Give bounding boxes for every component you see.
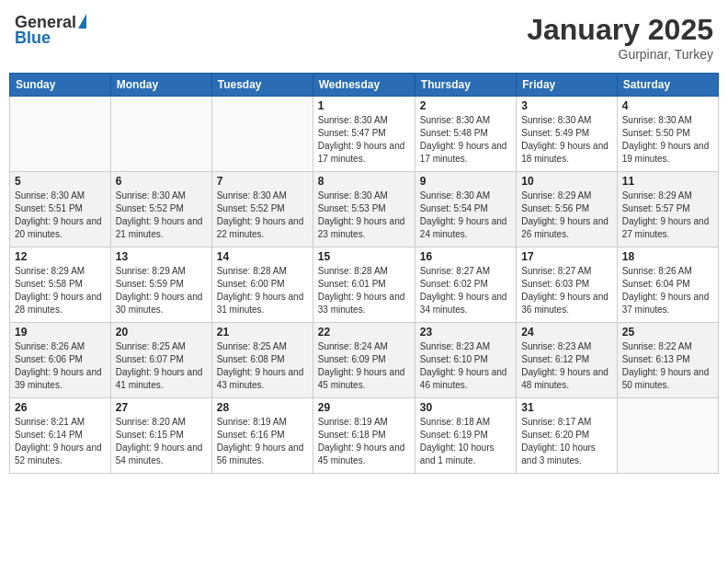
table-row: 29Sunrise: 8:19 AM Sunset: 6:18 PM Dayli… (313, 398, 415, 474)
table-row: 22Sunrise: 8:24 AM Sunset: 6:09 PM Dayli… (313, 323, 415, 398)
day-number: 4 (622, 99, 713, 112)
col-monday: Monday (110, 74, 211, 97)
day-info: Sunrise: 8:20 AM Sunset: 6:15 PM Dayligh… (116, 416, 207, 467)
calendar-week-row: 5Sunrise: 8:30 AM Sunset: 5:51 PM Daylig… (10, 172, 719, 247)
day-number: 30 (420, 401, 511, 414)
page: General Blue January 2025 Gurpinar, Turk… (0, 0, 728, 563)
day-number: 8 (318, 175, 410, 188)
day-info: Sunrise: 8:30 AM Sunset: 5:51 PM Dayligh… (15, 190, 106, 241)
day-number: 26 (15, 401, 106, 414)
col-saturday: Saturday (617, 74, 718, 97)
calendar-week-row: 19Sunrise: 8:26 AM Sunset: 6:06 PM Dayli… (10, 323, 719, 398)
table-row: 7Sunrise: 8:30 AM Sunset: 5:52 PM Daylig… (211, 172, 313, 247)
day-info: Sunrise: 8:27 AM Sunset: 6:02 PM Dayligh… (420, 265, 511, 316)
table-row: 28Sunrise: 8:19 AM Sunset: 6:16 PM Dayli… (211, 398, 313, 474)
day-number: 24 (521, 326, 611, 339)
day-info: Sunrise: 8:30 AM Sunset: 5:52 PM Dayligh… (116, 190, 207, 241)
day-info: Sunrise: 8:24 AM Sunset: 6:09 PM Dayligh… (318, 340, 410, 392)
table-row: 30Sunrise: 8:18 AM Sunset: 6:19 PM Dayli… (415, 398, 516, 474)
table-row: 13Sunrise: 8:29 AM Sunset: 5:59 PM Dayli… (110, 247, 211, 323)
day-number: 15 (318, 250, 410, 263)
col-tuesday: Tuesday (211, 74, 313, 97)
col-friday: Friday (517, 74, 617, 97)
table-row: 10Sunrise: 8:29 AM Sunset: 5:56 PM Dayli… (517, 172, 617, 247)
day-number: 20 (116, 326, 207, 339)
table-row: 19Sunrise: 8:26 AM Sunset: 6:06 PM Dayli… (10, 323, 111, 398)
day-number: 6 (116, 175, 207, 188)
table-row: 20Sunrise: 8:25 AM Sunset: 6:07 PM Dayli… (110, 323, 211, 398)
day-number: 23 (420, 326, 511, 339)
day-number: 19 (15, 326, 106, 339)
location: Gurpinar, Turkey (527, 47, 713, 62)
table-row: 1Sunrise: 8:30 AM Sunset: 5:47 PM Daylig… (313, 97, 415, 172)
table-row (110, 97, 211, 172)
day-info: Sunrise: 8:30 AM Sunset: 5:47 PM Dayligh… (318, 114, 410, 166)
day-number: 16 (420, 250, 511, 263)
day-number: 5 (15, 175, 106, 188)
calendar-table: Sunday Monday Tuesday Wednesday Thursday… (9, 73, 719, 474)
day-info: Sunrise: 8:29 AM Sunset: 5:58 PM Dayligh… (15, 265, 106, 316)
day-info: Sunrise: 8:21 AM Sunset: 6:14 PM Dayligh… (15, 416, 106, 467)
day-info: Sunrise: 8:27 AM Sunset: 6:03 PM Dayligh… (521, 265, 611, 316)
day-info: Sunrise: 8:30 AM Sunset: 5:48 PM Dayligh… (420, 114, 511, 166)
table-row: 15Sunrise: 8:28 AM Sunset: 6:01 PM Dayli… (313, 247, 415, 323)
day-number: 22 (318, 326, 410, 339)
day-number: 1 (318, 99, 410, 112)
table-row (617, 398, 718, 474)
day-number: 7 (217, 175, 308, 188)
calendar-week-row: 26Sunrise: 8:21 AM Sunset: 6:14 PM Dayli… (10, 398, 719, 474)
calendar-week-row: 1Sunrise: 8:30 AM Sunset: 5:47 PM Daylig… (10, 97, 719, 172)
day-info: Sunrise: 8:25 AM Sunset: 6:08 PM Dayligh… (217, 340, 308, 392)
day-info: Sunrise: 8:28 AM Sunset: 6:01 PM Dayligh… (318, 265, 410, 316)
day-number: 12 (15, 250, 106, 263)
table-row: 31Sunrise: 8:17 AM Sunset: 6:20 PM Dayli… (517, 398, 617, 474)
day-info: Sunrise: 8:26 AM Sunset: 6:04 PM Dayligh… (622, 265, 713, 316)
table-row (211, 97, 313, 172)
day-number: 31 (521, 401, 611, 414)
day-info: Sunrise: 8:30 AM Sunset: 5:53 PM Dayligh… (318, 190, 410, 241)
logo-triangle-icon (78, 14, 86, 29)
table-row: 6Sunrise: 8:30 AM Sunset: 5:52 PM Daylig… (110, 172, 211, 247)
day-number: 21 (217, 326, 308, 339)
table-row: 14Sunrise: 8:28 AM Sunset: 6:00 PM Dayli… (211, 247, 313, 323)
day-info: Sunrise: 8:29 AM Sunset: 5:59 PM Dayligh… (116, 265, 207, 316)
day-info: Sunrise: 8:19 AM Sunset: 6:16 PM Dayligh… (217, 416, 308, 467)
calendar-week-row: 12Sunrise: 8:29 AM Sunset: 5:58 PM Dayli… (10, 247, 719, 323)
header: General Blue January 2025 Gurpinar, Turk… (9, 9, 719, 65)
day-number: 9 (420, 175, 511, 188)
day-info: Sunrise: 8:23 AM Sunset: 6:10 PM Dayligh… (420, 340, 511, 392)
table-row: 4Sunrise: 8:30 AM Sunset: 5:50 PM Daylig… (617, 97, 718, 172)
day-info: Sunrise: 8:19 AM Sunset: 6:18 PM Dayligh… (318, 416, 410, 467)
logo: General Blue (15, 13, 88, 48)
table-row: 17Sunrise: 8:27 AM Sunset: 6:03 PM Dayli… (517, 247, 617, 323)
table-row: 2Sunrise: 8:30 AM Sunset: 5:48 PM Daylig… (415, 97, 516, 172)
day-info: Sunrise: 8:22 AM Sunset: 6:13 PM Dayligh… (622, 340, 713, 392)
day-number: 13 (116, 250, 207, 263)
table-row (10, 97, 111, 172)
day-number: 18 (622, 250, 713, 263)
table-row: 25Sunrise: 8:22 AM Sunset: 6:13 PM Dayli… (617, 323, 718, 398)
logo-blue: Blue (15, 29, 51, 48)
table-row: 8Sunrise: 8:30 AM Sunset: 5:53 PM Daylig… (313, 172, 415, 247)
day-number: 11 (622, 175, 713, 188)
day-number: 28 (217, 401, 308, 414)
col-wednesday: Wednesday (313, 74, 415, 97)
day-info: Sunrise: 8:17 AM Sunset: 6:20 PM Dayligh… (521, 416, 611, 467)
day-number: 14 (217, 250, 308, 263)
day-number: 17 (521, 250, 611, 263)
day-info: Sunrise: 8:23 AM Sunset: 6:12 PM Dayligh… (521, 340, 611, 392)
table-row: 24Sunrise: 8:23 AM Sunset: 6:12 PM Dayli… (517, 323, 617, 398)
table-row: 18Sunrise: 8:26 AM Sunset: 6:04 PM Dayli… (617, 247, 718, 323)
day-number: 2 (420, 99, 511, 112)
day-info: Sunrise: 8:30 AM Sunset: 5:50 PM Dayligh… (622, 114, 713, 166)
day-info: Sunrise: 8:26 AM Sunset: 6:06 PM Dayligh… (15, 340, 106, 392)
day-number: 3 (521, 99, 611, 112)
col-thursday: Thursday (415, 74, 516, 97)
day-info: Sunrise: 8:18 AM Sunset: 6:19 PM Dayligh… (420, 416, 511, 467)
table-row: 23Sunrise: 8:23 AM Sunset: 6:10 PM Dayli… (415, 323, 516, 398)
col-sunday: Sunday (10, 74, 111, 97)
day-info: Sunrise: 8:30 AM Sunset: 5:52 PM Dayligh… (217, 190, 308, 241)
table-row: 3Sunrise: 8:30 AM Sunset: 5:49 PM Daylig… (517, 97, 617, 172)
day-info: Sunrise: 8:29 AM Sunset: 5:56 PM Dayligh… (521, 190, 611, 241)
table-row: 16Sunrise: 8:27 AM Sunset: 6:02 PM Dayli… (415, 247, 516, 323)
